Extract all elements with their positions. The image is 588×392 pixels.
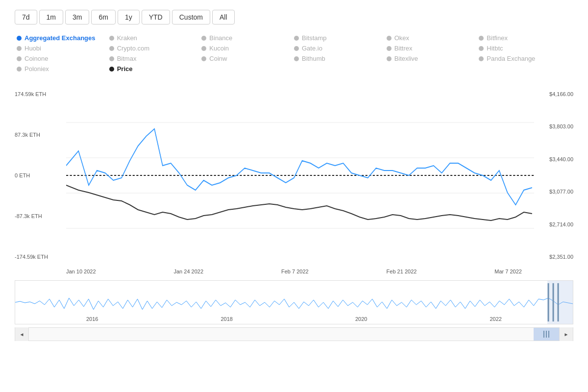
legend-label: Aggregated Exchanges	[24, 34, 96, 42]
time-btn-1y[interactable]: 1y	[118, 10, 140, 24]
legend-item-bitmax[interactable]: Bitmax	[109, 55, 202, 62]
legend-item-bitexlive[interactable]: Bitexlive	[387, 55, 479, 62]
legend-label: Kucoin	[209, 45, 229, 52]
x-axis: Jan 10 2022Jan 24 2022Feb 7 2022Feb 21 2…	[15, 269, 573, 274]
legend-dot-bitmax	[109, 56, 114, 61]
y-right-label-3: $3,077.00	[537, 189, 573, 195]
time-btn-custom[interactable]: Custom	[172, 10, 210, 24]
legend-label: Price	[117, 65, 133, 73]
legend-label: Okex	[394, 34, 409, 42]
legend-dot-kucoin	[201, 46, 206, 51]
legend-dot-panda-exchange	[479, 56, 484, 61]
legend-dot-coinw	[201, 56, 206, 61]
y-right-label-1: $3,803.00	[537, 123, 573, 129]
time-range-buttons: 7d1m3m6m1yYTDCustomAll	[15, 10, 573, 24]
legend-item-price[interactable]: Price	[109, 65, 202, 73]
scroll-track[interactable]	[29, 328, 559, 341]
legend-label: Bitmax	[117, 55, 137, 62]
legend-dot-bitfinex	[479, 36, 484, 41]
mini-x-label-1: 2018	[221, 316, 233, 322]
legend-dot-bitstamp	[294, 36, 299, 41]
legend-dot-aggregated-exchanges	[17, 36, 22, 41]
legend-label: Bitfinex	[487, 34, 508, 42]
handle-line-1	[543, 331, 544, 338]
legend-label: Kraken	[117, 34, 137, 42]
legend-item-bittrex[interactable]: Bittrex	[387, 45, 479, 52]
legend-item-hitbtc[interactable]: Hitbtc	[479, 45, 571, 52]
x-label-0: Jan 10 2022	[66, 269, 96, 274]
legend-label: Bitexlive	[394, 55, 418, 62]
y-right-label-2: $3,440.00	[537, 156, 573, 162]
legend-dot-huobi	[17, 46, 22, 51]
scrollbar: ◄ ►	[15, 327, 573, 341]
handle-line-2	[546, 331, 547, 338]
y-left-label-3: -87.3k ETH	[15, 213, 64, 219]
legend-dot-kraken	[109, 36, 114, 41]
time-btn-1m[interactable]: 1m	[39, 10, 63, 24]
legend-label: Bittrex	[394, 45, 413, 52]
legend-item-coinw[interactable]: Coinw	[201, 55, 294, 62]
legend-dot-bithumb	[294, 56, 299, 61]
legend-dot-bittrex	[387, 46, 392, 51]
legend-item-kraken[interactable]: Kraken	[109, 34, 202, 42]
main-chart-svg	[15, 87, 573, 264]
legend-item-binance[interactable]: Binance	[201, 34, 294, 42]
legend-item-panda-exchange[interactable]: Panda Exchange	[479, 55, 571, 62]
time-btn-3m[interactable]: 3m	[65, 10, 89, 24]
y-left-label-4: -174.59k ETH	[15, 254, 64, 260]
time-btn-7d[interactable]: 7d	[15, 10, 37, 24]
legend-item-gate.io[interactable]: Gate.io	[294, 45, 387, 52]
legend-label: Huobi	[24, 45, 41, 52]
legend-label: Poloniex	[24, 65, 49, 73]
legend-label: Bitstamp	[302, 34, 327, 42]
time-btn-all[interactable]: All	[212, 10, 235, 24]
legend-item-coinone[interactable]: Coinone	[17, 55, 109, 62]
x-label-3: Feb 21 2022	[387, 269, 417, 274]
handle-lines	[543, 331, 549, 338]
legend-label: Coinone	[24, 55, 48, 62]
legend-dot-crypto.com	[109, 46, 114, 51]
y-right-label-5: $2,351.00	[537, 254, 573, 260]
legend-dot-bitexlive	[387, 56, 392, 61]
legend-label: Hitbtc	[487, 45, 503, 52]
legend-label: Coinw	[209, 55, 227, 62]
legend-label: Gate.io	[302, 45, 322, 52]
legend-item-bitstamp[interactable]: Bitstamp	[294, 34, 387, 42]
main-chart-area: 174.59k ETH87.3k ETH0 ETH-87.3k ETH-174.…	[15, 87, 573, 264]
y-axis-right: $4,166.00$3,803.00$3,440.00$3,077.00$2,7…	[537, 87, 573, 264]
legend-dot-coinone	[17, 56, 22, 61]
legend-item-poloniex[interactable]: Poloniex	[17, 65, 109, 73]
x-label-1: Jan 24 2022	[174, 269, 204, 274]
mini-x-label-3: 2022	[490, 316, 502, 322]
legend-item-bitfinex[interactable]: Bitfinex	[479, 34, 571, 42]
mini-chart-area: 2016201820202022	[15, 280, 573, 324]
scroll-right-button[interactable]: ►	[559, 327, 573, 341]
y-axis-left: 174.59k ETH87.3k ETH0 ETH-87.3k ETH-174.…	[15, 87, 64, 264]
y-right-label-4: $2,714.00	[537, 221, 573, 227]
legend-item-huobi[interactable]: Huobi	[17, 45, 109, 52]
chart-legend: Aggregated ExchangesKrakenBinanceBitstam…	[15, 34, 573, 73]
legend-dot-okex	[387, 36, 392, 41]
legend-item-kucoin[interactable]: Kucoin	[201, 45, 294, 52]
legend-label: Crypto.com	[117, 45, 149, 52]
handle-line-3	[548, 331, 549, 338]
legend-item-okex[interactable]: Okex	[387, 34, 479, 42]
legend-dot-gate.io	[294, 46, 299, 51]
y-right-label-0: $4,166.00	[537, 91, 573, 97]
time-btn-ytd[interactable]: YTD	[142, 10, 170, 24]
y-left-label-2: 0 ETH	[15, 172, 64, 178]
scroll-handle[interactable]	[534, 328, 559, 341]
legend-item-crypto.com[interactable]: Crypto.com	[109, 45, 202, 52]
legend-dot-hitbtc	[479, 46, 484, 51]
main-container: 7d1m3m6m1yYTDCustomAll Aggregated Exchan…	[0, 0, 588, 392]
legend-item-bithumb[interactable]: Bithumb	[294, 55, 387, 62]
legend-label: Panda Exchange	[487, 55, 535, 62]
legend-dot-binance	[201, 36, 206, 41]
legend-item-aggregated-exchanges[interactable]: Aggregated Exchanges	[17, 34, 109, 42]
x-label-2: Feb 7 2022	[281, 269, 309, 274]
y-left-label-0: 174.59k ETH	[15, 91, 64, 97]
time-btn-6m[interactable]: 6m	[91, 10, 115, 24]
y-left-label-1: 87.3k ETH	[15, 132, 64, 138]
scroll-left-button[interactable]: ◄	[15, 327, 29, 341]
mini-x-label-0: 2016	[86, 316, 98, 322]
